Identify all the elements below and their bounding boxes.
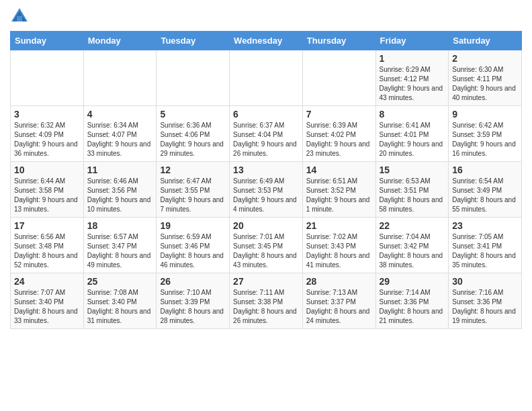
week-row-1: 1Sunrise: 6:29 AM Sunset: 4:12 PM Daylig… bbox=[11, 50, 522, 106]
page-header bbox=[10, 7, 522, 26]
logo bbox=[10, 7, 32, 26]
day-info: Sunrise: 6:47 AM Sunset: 3:55 PM Dayligh… bbox=[160, 177, 226, 214]
day-cell: 23Sunrise: 7:05 AM Sunset: 3:41 PM Dayli… bbox=[449, 218, 522, 273]
day-cell: 2Sunrise: 6:30 AM Sunset: 4:11 PM Daylig… bbox=[449, 50, 522, 106]
day-cell: 13Sunrise: 6:49 AM Sunset: 3:53 PM Dayli… bbox=[230, 162, 303, 218]
weekday-header-saturday: Saturday bbox=[449, 32, 522, 50]
day-number: 13 bbox=[233, 165, 299, 175]
day-number: 9 bbox=[452, 109, 518, 120]
day-number: 15 bbox=[380, 165, 445, 175]
day-number: 22 bbox=[380, 220, 445, 231]
day-cell: 15Sunrise: 6:53 AM Sunset: 3:51 PM Dayli… bbox=[375, 162, 449, 218]
day-info: Sunrise: 7:07 AM Sunset: 3:40 PM Dayligh… bbox=[14, 288, 80, 326]
weekday-header-row: SundayMondayTuesdayWednesdayThursdayFrid… bbox=[11, 32, 522, 50]
day-cell: 8Sunrise: 6:41 AM Sunset: 4:01 PM Daylig… bbox=[375, 106, 449, 162]
day-info: Sunrise: 6:30 AM Sunset: 4:11 PM Dayligh… bbox=[452, 65, 518, 103]
day-cell: 29Sunrise: 7:14 AM Sunset: 3:36 PM Dayli… bbox=[375, 273, 449, 329]
day-info: Sunrise: 6:59 AM Sunset: 3:46 PM Dayligh… bbox=[160, 232, 226, 270]
day-info: Sunrise: 6:39 AM Sunset: 4:02 PM Dayligh… bbox=[306, 121, 372, 158]
day-number: 8 bbox=[380, 109, 445, 120]
day-cell: 11Sunrise: 6:46 AM Sunset: 3:56 PM Dayli… bbox=[83, 162, 157, 218]
day-cell: 16Sunrise: 6:54 AM Sunset: 3:49 PM Dayli… bbox=[449, 162, 522, 218]
day-cell bbox=[230, 50, 303, 106]
day-info: Sunrise: 7:14 AM Sunset: 3:36 PM Dayligh… bbox=[380, 288, 445, 326]
day-info: Sunrise: 6:34 AM Sunset: 4:07 PM Dayligh… bbox=[87, 121, 153, 158]
day-number: 11 bbox=[87, 165, 153, 175]
day-cell: 3Sunrise: 6:32 AM Sunset: 4:09 PM Daylig… bbox=[11, 106, 84, 162]
day-info: Sunrise: 7:13 AM Sunset: 3:37 PM Dayligh… bbox=[306, 288, 372, 326]
weekday-header-thursday: Thursday bbox=[302, 32, 375, 50]
week-row-4: 17Sunrise: 6:56 AM Sunset: 3:48 PM Dayli… bbox=[11, 218, 522, 273]
day-cell: 21Sunrise: 7:02 AM Sunset: 3:43 PM Dayli… bbox=[302, 218, 375, 273]
day-number: 3 bbox=[14, 109, 80, 120]
week-row-3: 10Sunrise: 6:44 AM Sunset: 3:58 PM Dayli… bbox=[11, 162, 522, 218]
day-number: 17 bbox=[14, 220, 80, 231]
day-info: Sunrise: 7:05 AM Sunset: 3:41 PM Dayligh… bbox=[452, 232, 518, 270]
day-cell: 19Sunrise: 6:59 AM Sunset: 3:46 PM Dayli… bbox=[157, 218, 230, 273]
day-cell: 30Sunrise: 7:16 AM Sunset: 3:36 PM Dayli… bbox=[449, 273, 522, 329]
day-info: Sunrise: 6:32 AM Sunset: 4:09 PM Dayligh… bbox=[14, 121, 80, 158]
day-cell: 28Sunrise: 7:13 AM Sunset: 3:37 PM Dayli… bbox=[302, 273, 375, 329]
day-number: 7 bbox=[306, 109, 372, 120]
day-cell: 25Sunrise: 7:08 AM Sunset: 3:40 PM Dayli… bbox=[83, 273, 157, 329]
day-number: 6 bbox=[233, 109, 299, 120]
day-info: Sunrise: 6:37 AM Sunset: 4:04 PM Dayligh… bbox=[233, 121, 299, 158]
day-info: Sunrise: 7:11 AM Sunset: 3:38 PM Dayligh… bbox=[233, 288, 299, 326]
logo-icon bbox=[10, 7, 29, 26]
weekday-header-tuesday: Tuesday bbox=[157, 32, 230, 50]
day-cell bbox=[11, 50, 84, 106]
day-info: Sunrise: 6:54 AM Sunset: 3:49 PM Dayligh… bbox=[452, 177, 518, 214]
day-info: Sunrise: 6:57 AM Sunset: 3:47 PM Dayligh… bbox=[87, 232, 153, 270]
day-number: 23 bbox=[452, 220, 518, 231]
day-number: 14 bbox=[306, 165, 372, 175]
day-number: 25 bbox=[87, 276, 153, 287]
day-info: Sunrise: 6:36 AM Sunset: 4:06 PM Dayligh… bbox=[160, 121, 226, 158]
weekday-header-wednesday: Wednesday bbox=[230, 32, 303, 50]
day-number: 29 bbox=[380, 276, 445, 287]
day-cell: 1Sunrise: 6:29 AM Sunset: 4:12 PM Daylig… bbox=[375, 50, 449, 106]
weekday-header-sunday: Sunday bbox=[11, 32, 84, 50]
day-cell: 12Sunrise: 6:47 AM Sunset: 3:55 PM Dayli… bbox=[157, 162, 230, 218]
day-number: 16 bbox=[452, 165, 518, 175]
day-info: Sunrise: 6:53 AM Sunset: 3:51 PM Dayligh… bbox=[380, 177, 445, 214]
day-info: Sunrise: 6:44 AM Sunset: 3:58 PM Dayligh… bbox=[14, 177, 80, 214]
calendar-table: SundayMondayTuesdayWednesdayThursdayFrid… bbox=[10, 31, 522, 329]
day-number: 28 bbox=[306, 276, 372, 287]
day-info: Sunrise: 7:16 AM Sunset: 3:36 PM Dayligh… bbox=[452, 288, 518, 326]
day-number: 18 bbox=[87, 220, 153, 231]
day-cell bbox=[83, 50, 157, 106]
week-row-2: 3Sunrise: 6:32 AM Sunset: 4:09 PM Daylig… bbox=[11, 106, 522, 162]
day-cell: 6Sunrise: 6:37 AM Sunset: 4:04 PM Daylig… bbox=[230, 106, 303, 162]
day-cell: 5Sunrise: 6:36 AM Sunset: 4:06 PM Daylig… bbox=[157, 106, 230, 162]
day-info: Sunrise: 6:42 AM Sunset: 3:59 PM Dayligh… bbox=[452, 121, 518, 158]
day-info: Sunrise: 7:02 AM Sunset: 3:43 PM Dayligh… bbox=[306, 232, 372, 270]
day-number: 4 bbox=[87, 109, 153, 120]
day-cell: 4Sunrise: 6:34 AM Sunset: 4:07 PM Daylig… bbox=[83, 106, 157, 162]
weekday-header-friday: Friday bbox=[375, 32, 449, 50]
day-info: Sunrise: 6:49 AM Sunset: 3:53 PM Dayligh… bbox=[233, 177, 299, 214]
calendar-page: SundayMondayTuesdayWednesdayThursdayFrid… bbox=[0, 0, 532, 336]
day-number: 26 bbox=[160, 276, 226, 287]
day-number: 30 bbox=[452, 276, 518, 287]
day-number: 27 bbox=[233, 276, 299, 287]
day-info: Sunrise: 6:29 AM Sunset: 4:12 PM Dayligh… bbox=[380, 65, 445, 103]
day-cell: 18Sunrise: 6:57 AM Sunset: 3:47 PM Dayli… bbox=[83, 218, 157, 273]
day-info: Sunrise: 7:08 AM Sunset: 3:40 PM Dayligh… bbox=[87, 288, 153, 326]
day-number: 21 bbox=[306, 220, 372, 231]
day-info: Sunrise: 6:41 AM Sunset: 4:01 PM Dayligh… bbox=[380, 121, 445, 158]
day-info: Sunrise: 6:46 AM Sunset: 3:56 PM Dayligh… bbox=[87, 177, 153, 214]
day-number: 24 bbox=[14, 276, 80, 287]
day-cell: 7Sunrise: 6:39 AM Sunset: 4:02 PM Daylig… bbox=[302, 106, 375, 162]
week-row-5: 24Sunrise: 7:07 AM Sunset: 3:40 PM Dayli… bbox=[11, 273, 522, 329]
day-info: Sunrise: 6:51 AM Sunset: 3:52 PM Dayligh… bbox=[306, 177, 372, 214]
day-cell: 24Sunrise: 7:07 AM Sunset: 3:40 PM Dayli… bbox=[11, 273, 84, 329]
day-cell: 9Sunrise: 6:42 AM Sunset: 3:59 PM Daylig… bbox=[449, 106, 522, 162]
day-cell: 14Sunrise: 6:51 AM Sunset: 3:52 PM Dayli… bbox=[302, 162, 375, 218]
day-number: 19 bbox=[160, 220, 226, 231]
day-cell: 20Sunrise: 7:01 AM Sunset: 3:45 PM Dayli… bbox=[230, 218, 303, 273]
day-number: 1 bbox=[380, 53, 445, 64]
day-cell: 27Sunrise: 7:11 AM Sunset: 3:38 PM Dayli… bbox=[230, 273, 303, 329]
day-info: Sunrise: 7:10 AM Sunset: 3:39 PM Dayligh… bbox=[160, 288, 226, 326]
weekday-header-monday: Monday bbox=[83, 32, 157, 50]
day-cell: 17Sunrise: 6:56 AM Sunset: 3:48 PM Dayli… bbox=[11, 218, 84, 273]
